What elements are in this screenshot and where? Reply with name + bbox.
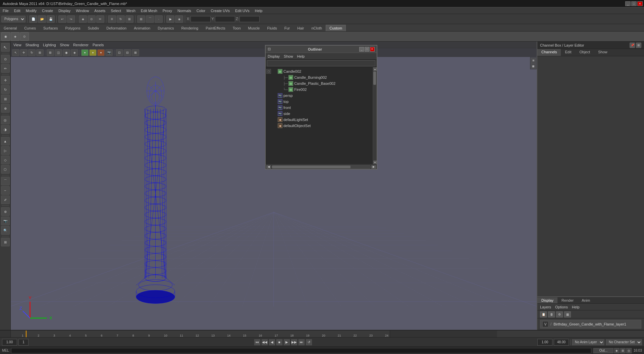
menu-edit[interactable]: Edit	[11, 8, 23, 13]
vp-light-btn1[interactable]: ●	[81, 49, 89, 56]
outliner-item-fire[interactable]: └─ ▤ Fire002	[271, 86, 373, 93]
open-file-btn[interactable]: 📂	[38, 15, 46, 23]
tab-hair[interactable]: Hair	[293, 25, 308, 31]
append-poly-tool[interactable]: ▷	[1, 146, 10, 155]
paint-btn[interactable]: ✏	[96, 15, 104, 23]
tab-painteffects[interactable]: PaintEffects	[202, 25, 229, 31]
outliner-hscrollbar[interactable]: ◀ ▶	[266, 164, 377, 169]
tab-subdiv[interactable]: Subdiv	[84, 25, 103, 31]
taskbar-icon4[interactable]: ◎	[626, 348, 632, 353]
char-set-dropdown[interactable]: No Character Set	[606, 339, 642, 345]
playback-backward[interactable]: ◀	[269, 339, 275, 345]
extrude-tool[interactable]: ⬡	[1, 165, 10, 174]
tab-dynamics[interactable]: Dynamics	[154, 25, 177, 31]
snap-view-tool[interactable]: ⊞	[1, 238, 10, 246]
vp-texture-btn[interactable]: ◈	[71, 49, 78, 56]
tab-deformation[interactable]: Deformation	[103, 25, 130, 31]
outliner-item-candle002[interactable]: ▤ Candle002	[271, 68, 373, 74]
playback-play[interactable]: ▶	[284, 339, 290, 345]
shelf-icon-2[interactable]: ◈	[11, 32, 19, 41]
vp-scale-btn[interactable]: ⊞	[36, 49, 44, 56]
cv-curve-tool[interactable]: ⌒	[1, 177, 10, 185]
pencil-tool[interactable]: ✐	[1, 195, 10, 204]
undo-btn[interactable]: ↩	[58, 15, 66, 23]
out-menu-display[interactable]: Display	[268, 54, 280, 58]
playback-prev-key[interactable]: ⏮	[254, 339, 260, 345]
outliner-maximize[interactable]: □	[365, 47, 369, 52]
y-input[interactable]	[215, 16, 235, 22]
menu-proxy[interactable]: Proxy	[160, 8, 175, 13]
outliner-item-front[interactable]: 📷 front	[271, 105, 373, 111]
vp-grid-btn[interactable]: ⊞	[47, 49, 54, 56]
vp-camera-btn[interactable]: 📷	[105, 49, 113, 56]
tab-curves[interactable]: Curves	[20, 25, 40, 31]
vp-menu-panels[interactable]: Panels	[93, 43, 104, 47]
close-button[interactable]: ✕	[637, 1, 643, 6]
tab-custom[interactable]: Custom	[326, 25, 346, 31]
out-menu-help[interactable]: Help	[297, 54, 305, 58]
sculpt-tool[interactable]: ◑	[1, 125, 10, 134]
snap-point-btn[interactable]: ·	[155, 15, 163, 23]
vp-wire-btn[interactable]: ◫	[55, 49, 62, 56]
menu-assets[interactable]: Assets	[92, 8, 108, 13]
minimize-button[interactable]: _	[625, 1, 631, 6]
playback-loop[interactable]: ↺	[306, 339, 312, 345]
vp-menu-shading[interactable]: Shading	[25, 43, 39, 47]
vp-light-btn2[interactable]: ●	[89, 49, 97, 56]
menu-edit-mesh[interactable]: Edit Mesh	[138, 8, 160, 13]
outliner-vscrollbar[interactable]: ▲ ▼	[373, 67, 377, 164]
move-btn[interactable]: ✛	[108, 15, 116, 23]
shelf-icon-3[interactable]: ⊙	[20, 32, 29, 41]
tab-general[interactable]: General	[0, 25, 20, 31]
universal-manip[interactable]: ⊕	[1, 104, 10, 113]
playback-prev-frame[interactable]: ◀◀	[262, 339, 268, 345]
shelf-icon-1[interactable]: ◉	[1, 32, 10, 41]
vp-menu-lighting[interactable]: Lighting	[43, 43, 56, 47]
menu-file[interactable]: File	[0, 8, 11, 13]
anim-layer-dropdown[interactable]: No Anim Layer	[572, 339, 604, 345]
vscroll-down[interactable]: ▼	[373, 161, 377, 164]
taskbar-icon2[interactable]: ◈	[614, 348, 620, 353]
move-tool[interactable]: ✛	[1, 76, 10, 84]
out-menu-show[interactable]: Show	[284, 54, 293, 58]
render-btn[interactable]: ▶	[166, 15, 174, 23]
vp-select-btn[interactable]: ↖	[12, 49, 19, 56]
tab-animation[interactable]: Animation	[130, 25, 154, 31]
outliner-close[interactable]: ✕	[370, 47, 375, 52]
tab-ncloth[interactable]: nCloth	[308, 25, 326, 31]
tab-display[interactable]: Display	[537, 297, 557, 303]
z-input[interactable]	[239, 16, 260, 22]
delete-layer-btn[interactable]: 🗑	[548, 311, 555, 317]
outliner-search-input[interactable]	[267, 60, 375, 66]
playback-stop[interactable]: ■	[276, 339, 282, 345]
playback-next-frame[interactable]: ▶▶	[291, 339, 297, 345]
options-tab[interactable]: Options	[555, 305, 568, 309]
frame-current-field[interactable]: 1	[18, 339, 29, 346]
mel-input[interactable]	[11, 348, 591, 353]
snap-grid-btn[interactable]: ⊞	[137, 15, 145, 23]
camera-zoom-tool[interactable]: 🔍	[1, 226, 10, 235]
layer-visible-btn[interactable]: V	[542, 321, 548, 327]
layer-options-btn[interactable]: ⚙	[556, 311, 563, 317]
menu-display[interactable]: Display	[56, 8, 73, 13]
rotate-tool[interactable]: ↻	[1, 85, 10, 94]
camera-tool[interactable]: 📷	[1, 217, 10, 225]
layers-tab[interactable]: Layers	[540, 305, 551, 309]
outliner-item-persp[interactable]: 📷 persp	[271, 93, 373, 99]
vp-menu-show[interactable]: Show	[60, 43, 69, 47]
vp-layout-btn[interactable]: ▦	[531, 63, 536, 69]
save-file-btn[interactable]: 💾	[47, 15, 55, 23]
tab-anim[interactable]: Anim	[578, 297, 594, 303]
maximize-button[interactable]: □	[631, 1, 637, 6]
vp-smooth-btn[interactable]: ◉	[63, 49, 70, 56]
select-tool[interactable]: ↖	[1, 43, 10, 52]
redo-btn[interactable]: ↪	[67, 15, 75, 23]
menu-modify[interactable]: Modify	[23, 8, 39, 13]
outliner-minimize[interactable]: _	[359, 47, 364, 52]
outliner-item-lightset[interactable]: ◉ defaultLightSet	[271, 117, 373, 123]
vp-rotate-btn[interactable]: ↻	[28, 49, 36, 56]
menu-normals[interactable]: Normals	[175, 8, 194, 13]
tab-muscle[interactable]: Muscle	[245, 25, 264, 31]
hscroll-right[interactable]: ▶	[371, 165, 376, 169]
paint-select-tool[interactable]: ✏	[1, 64, 10, 73]
